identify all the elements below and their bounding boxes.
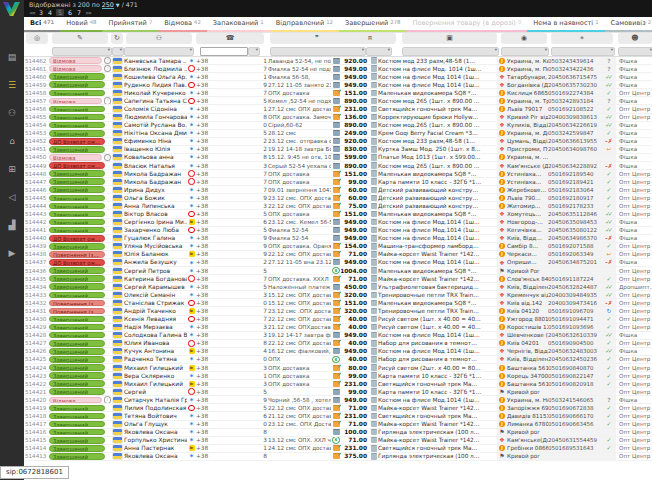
order-row[interactable]: 514435ЗавершенийКатерина Богданова+387ОП… [24,275,652,283]
status-badge[interactable]: Завершений [49,146,105,153]
last-page-button[interactable]: »» [85,9,91,16]
filter-mini-select[interactable] [112,47,124,56]
tracking-number[interactable]: 0501690822147 [548,372,602,379]
tracking-number[interactable]: 20450631554459 [548,437,602,444]
tracking-number[interactable] [548,388,602,395]
filter-product-select[interactable] [402,47,499,56]
phone-number[interactable]: +38 [196,202,259,209]
tracking-number[interactable]: 0501692063349 [548,251,602,258]
status-tab[interactable]: Відмова42 [158,17,207,32]
order-row[interactable]: 514434ЗавершенийСергей Карамышев✶+385Нал… [24,283,652,291]
status-badge[interactable]: Завершений [49,227,105,234]
column-header-tag-icon[interactable]: ◎ [26,33,48,44]
order-row[interactable]: 514444ЗавершенийАнна Липенська✶+38322.12… [24,202,652,210]
phone-number[interactable]: +38 [196,57,259,64]
phone-number[interactable]: +38 [196,73,259,80]
status-badge[interactable]: Завершений [49,283,105,290]
status-badge[interactable]: Повернення (з… [49,251,105,258]
order-row[interactable]: 514438Повернення (з…Юлія Баланюкlc+38922… [24,251,652,259]
tracking-number[interactable]: 0501692071588 [548,243,602,250]
tracking-number[interactable]: 0501690840870 [548,364,602,371]
status-badge[interactable]: ДО Возврат ож… [49,235,105,242]
status-tab[interactable]: Самовивіз2 [605,17,652,32]
status-badge[interactable]: Завершений [49,130,105,137]
order-row[interactable]: 514448ЗавершенийМикола Бадражан+387ОПХ д… [24,170,652,178]
phone-number[interactable]: +38 [196,186,259,193]
tracking-number[interactable]: 20450634226619 [548,122,602,129]
phone-number[interactable]: +38 [196,340,259,347]
page-button[interactable]: 4 [47,9,53,16]
phone-number[interactable]: +38 [196,324,259,331]
phone-number[interactable]: +38 [196,388,259,395]
tracking-number[interactable]: 20400309838613 [548,114,602,121]
phone-number[interactable]: +38 [196,259,259,266]
status-badge[interactable]: Завершений [49,380,105,387]
order-row[interactable]: 514442ЗавершенийСергієнко Ірина Ми..lc+3… [24,219,652,227]
filter-phone-input[interactable] [200,47,248,56]
status-badge[interactable]: Завершений [49,114,105,121]
column-header-pencil-icon[interactable]: ✎ [52,33,108,44]
phone-number[interactable]: +38 [196,251,259,258]
phone-number[interactable]: +38 [196,372,259,379]
status-badge[interactable]: Завершений [49,122,105,129]
status-badge[interactable]: Завершений [49,73,105,80]
status-badge[interactable]: Повернення (з… [49,300,105,307]
status-badge[interactable]: Завершений [49,453,105,460]
tracking-number[interactable]: 0503241546065 [548,396,602,403]
phone-number[interactable]: +38 [196,437,259,444]
phone-number[interactable]: +38 [196,299,259,306]
phone-number[interactable]: +38 [196,105,259,112]
status-badge[interactable]: Завершений [49,186,105,193]
tracking-number[interactable]: 0501690820918 [548,380,602,387]
app-logo-icon[interactable] [3,2,20,16]
phone-number[interactable]: +38 [196,243,259,250]
status-badge[interactable]: ДО Возврат ож… [49,162,105,169]
status-badge[interactable]: Відмова [49,57,102,64]
filter-comment-select[interactable] [270,47,366,56]
status-badge[interactable]: Завершений [49,364,105,371]
phone-number[interactable]: +38 [196,364,259,371]
page-button[interactable]: 3 [38,9,44,16]
order-row[interactable]: 514459ЗавершенийРуденко Лидия Пав..+3892… [24,81,652,89]
status-badge[interactable]: Відмова [49,154,102,161]
tracking-number[interactable]: 0501690904500 [548,340,602,347]
order-row[interactable]: 514453ЗавершенийНікітіна Оксана Дми..✶+3… [24,130,652,138]
order-row[interactable]: 514421ЗавершенийСергей+38599.00Карта пам… [24,388,652,396]
tracking-number[interactable]: 20450635730230 [548,81,602,88]
status-badge[interactable]: Завершений [49,292,105,299]
filter-amount-select[interactable] [366,47,392,56]
sidebar-orders-icon[interactable]: ☰ [0,78,24,94]
phone-number[interactable]: +38 [196,97,259,104]
order-row[interactable]: 514417ЗавершенийОльга Глущук✶+38023.12 с… [24,421,652,429]
status-tab[interactable]: Відправлений12 [270,17,339,32]
phone-number[interactable]: +38 [196,267,259,274]
status-badge[interactable]: Завершений [49,437,105,444]
column-header-bag-icon[interactable]: ▣ [402,33,497,44]
tracking-number[interactable]: 0501691094471 [548,316,602,323]
status-tab[interactable]: Новий48 [60,17,102,32]
tracking-number[interactable]: 0501692178233 [548,202,602,209]
tracking-number[interactable]: 20450634875201 [548,259,602,266]
order-row[interactable]: 514443ЗавершенийВіктор Власов+385ОПХ дос… [24,210,652,218]
order-row[interactable]: 514433ЗавершенийОлексій Семанін✶+38315.1… [24,291,652,299]
status-badge[interactable]: Завершений [49,445,105,452]
status-badge[interactable]: Завершений [49,195,105,202]
phone-number[interactable]: +38 [196,445,259,452]
phone-number[interactable]: +38 [196,227,259,234]
tracking-number[interactable]: 20400309473416 [548,299,602,306]
sidebar-products-icon[interactable]: ⊞ [0,162,24,178]
order-row[interactable]: 514430ЗавершенийКсенія Левадняя+38722.12… [24,316,652,324]
tracking-number[interactable]: 0503243439614 [548,57,602,64]
filter-status-select[interactable] [52,47,112,56]
status-badge[interactable]: Завершений [49,275,105,282]
phone-number[interactable]: +38 [196,170,259,177]
status-badge[interactable]: Завершений [49,413,105,420]
phone-number[interactable]: +38 [196,316,259,323]
tracking-number[interactable]: 0501692108522 [548,105,602,112]
sidebar-announce-icon[interactable]: ◁ [0,190,24,206]
phone-number[interactable]: +38 [196,307,259,314]
status-badge[interactable]: Завершений [49,316,105,323]
status-badge[interactable]: Відмова [49,397,102,404]
tracking-number[interactable]: 0501690666170 [548,412,602,419]
tracking-number[interactable]: 0501691187224 [548,275,602,282]
